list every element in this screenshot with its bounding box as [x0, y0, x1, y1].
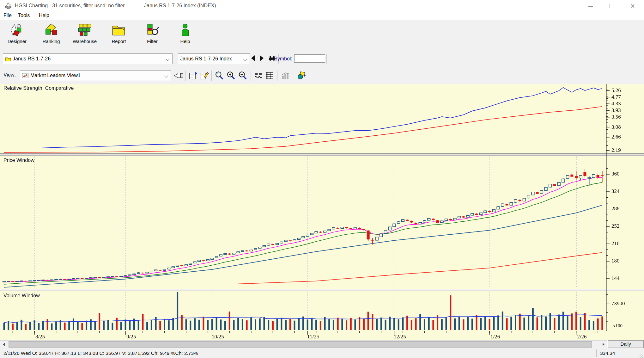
designer-icon	[10, 32, 24, 38]
period-daily-button[interactable]: Daily	[608, 340, 644, 348]
zoom-icon[interactable]	[215, 71, 224, 80]
view-combo[interactable]: Market Leaders View1	[20, 70, 171, 81]
view-label: View:	[3, 72, 16, 78]
app-icon	[4, 2, 12, 10]
scrollbar-thumb[interactable]	[9, 341, 592, 348]
zoom-out-icon[interactable]	[238, 71, 248, 80]
zoom-in-icon[interactable]	[227, 71, 236, 80]
close-button[interactable]	[625, 2, 640, 10]
properties-doc-icon[interactable]	[189, 71, 198, 80]
filter-button[interactable]: Filter	[138, 22, 167, 49]
warehouse-icon	[77, 32, 92, 38]
document-title: Janus RS 1-7-26 Index (INDEX)	[144, 3, 216, 9]
volume-panel-title: Volume Window	[3, 293, 40, 299]
table-icon[interactable]	[265, 71, 275, 80]
ohlc-summary: 2/11/26 Wed O: 358.47 H: 367.13 L: 343.0…	[3, 350, 198, 356]
report-button[interactable]: Report	[105, 22, 133, 49]
title-bar: HGSI Charting - 31 securities, filter us…	[0, 0, 644, 12]
group-combo[interactable]: Janus RS 1-7-26	[3, 53, 173, 64]
chart-area: Relative Strength, Comparative Price Win…	[0, 84, 644, 340]
resize-grip[interactable]	[639, 354, 643, 358]
edit-doc-icon[interactable]	[199, 71, 209, 80]
scroll-right-arrow[interactable]	[599, 341, 607, 348]
report-folder-icon	[112, 32, 126, 38]
chevron-down-icon	[166, 57, 170, 61]
menu-tools[interactable]: Tools	[18, 13, 30, 18]
ranking-icon	[44, 32, 58, 38]
next-arrow-button[interactable]	[260, 55, 264, 61]
application-window: HGSI Charting - 31 securities, filter us…	[0, 0, 644, 358]
prev-arrow-button[interactable]	[251, 55, 255, 61]
window-title: HGSI Charting - 31 securities, filter us…	[15, 3, 125, 9]
filter-icon	[145, 32, 160, 38]
status-bar: 2/11/26 Wed O: 358.47 H: 367.13 L: 343.0…	[0, 348, 644, 358]
maximize-button[interactable]	[605, 2, 619, 10]
warehouse-button[interactable]: Warehouse	[70, 22, 99, 49]
rs-panel-title: Relative Strength, Comparative	[3, 85, 74, 91]
chevron-down-icon	[243, 57, 247, 61]
help-button[interactable]: Help	[171, 22, 199, 49]
symbol-input[interactable]	[294, 54, 325, 63]
menu-help[interactable]: Help	[39, 13, 49, 18]
main-toolbar: Designer Ranking Warehouse Report Filter…	[0, 20, 644, 52]
layout-icon[interactable]	[297, 71, 306, 80]
designer-button[interactable]: Designer	[3, 22, 31, 49]
ranking-button[interactable]: Ranking	[37, 22, 65, 49]
horizontal-scrollbar[interactable]	[0, 340, 607, 348]
rows-icon[interactable]	[254, 71, 263, 80]
scroll-left-arrow[interactable]	[0, 341, 8, 348]
folder-icon	[5, 57, 11, 61]
help-icon	[178, 32, 192, 38]
menu-file[interactable]: File	[3, 13, 12, 18]
symbol-label: Symbol:	[274, 56, 292, 62]
view-toolbar: View: Market Leaders View1	[0, 67, 644, 84]
menu-bar: File Tools Help	[0, 12, 644, 20]
price-panel-title: Price Window	[3, 157, 34, 163]
selector-bar: Janus RS 1-7-26 Janus RS 1-7-26 Index Sy…	[0, 51, 644, 67]
status-last-value: 334.34	[600, 350, 615, 356]
chart-canvas[interactable]	[0, 84, 644, 340]
chart-view-icon	[22, 73, 28, 78]
pointer-hand-icon[interactable]	[174, 71, 184, 80]
index-combo[interactable]: Janus RS 1-7-26 Index	[178, 53, 250, 64]
minimize-button[interactable]	[583, 2, 598, 10]
chart-disabled-icon	[281, 71, 290, 80]
chevron-down-icon	[164, 74, 168, 78]
